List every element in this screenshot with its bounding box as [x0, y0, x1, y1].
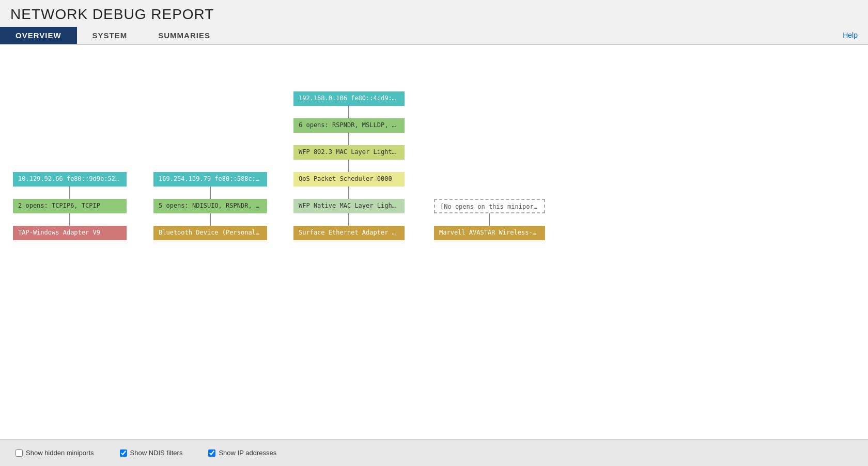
show-hidden-miniports-checkbox[interactable]: [16, 449, 23, 457]
show-ndis-filters-checkbox[interactable]: [120, 449, 127, 457]
node-marvell[interactable]: Marvell AVASTAR Wireless-AC Netw: [434, 226, 545, 240]
node-qos[interactable]: QoS Packet Scheduler-0000: [293, 172, 405, 187]
show-ndis-filters-text: Show NDIS filters: [130, 449, 183, 457]
node-surface-eth[interactable]: Surface Ethernet Adapter #2: [293, 226, 405, 240]
show-ip-addresses-checkbox[interactable]: [208, 449, 215, 457]
tab-overview[interactable]: Overview: [0, 27, 77, 44]
node-bluetooth[interactable]: Bluetooth Device (Personal Area Net: [153, 226, 267, 240]
nav-bar: Overview System Summaries Help: [0, 27, 868, 45]
show-hidden-miniports-label[interactable]: Show hidden miniports: [16, 449, 94, 457]
show-ip-addresses-text: Show IP addresses: [219, 449, 276, 457]
main-content: 192.168.0.106 fe80::4cd9:8ea8:2bc0:e 6 o…: [0, 45, 868, 448]
bottom-bar: Show hidden miniports Show NDIS filters …: [0, 439, 868, 466]
node-tap[interactable]: TAP-Windows Adapter V9: [13, 226, 127, 240]
node-wfp-mac[interactable]: WFP 802.3 MAC Layer LightWeight Fi: [293, 145, 405, 160]
node-opens-left[interactable]: 2 opens: TCPIP6, TCPIP: [13, 199, 127, 213]
connectors-svg: [10, 60, 858, 370]
node-ip-left[interactable]: 10.129.92.66 fe80::9d9b:523e:2d70:2: [13, 172, 127, 187]
show-ip-addresses-label[interactable]: Show IP addresses: [208, 449, 276, 457]
node-dashed-miniport[interactable]: [No opens on this miniport]: [434, 199, 545, 213]
header: Network Debug Report: [0, 0, 868, 23]
page-title: Network Debug Report: [10, 6, 858, 23]
node-opens-top[interactable]: 6 opens: RSPNDR, MSLLDP, NDISUIO: [293, 118, 405, 133]
diagram: 192.168.0.106 fe80::4cd9:8ea8:2bc0:e 6 o…: [10, 60, 858, 370]
show-ndis-filters-label[interactable]: Show NDIS filters: [120, 449, 183, 457]
help-link[interactable]: Help: [843, 31, 858, 39]
tab-system[interactable]: System: [77, 27, 143, 44]
node-ip-mid[interactable]: 169.254.139.79 fe80::588c:1851:f711:: [153, 172, 267, 187]
node-wfp-native[interactable]: WFP Native MAC Layer LightWeight: [293, 199, 405, 213]
node-opens-mid[interactable]: 5 opens: NDISUIO, RSPNDR, LLTDIO,: [153, 199, 267, 213]
show-hidden-miniports-text: Show hidden miniports: [26, 449, 94, 457]
node-ip-top[interactable]: 192.168.0.106 fe80::4cd9:8ea8:2bc0:e: [293, 91, 405, 106]
tab-summaries[interactable]: Summaries: [143, 27, 226, 44]
